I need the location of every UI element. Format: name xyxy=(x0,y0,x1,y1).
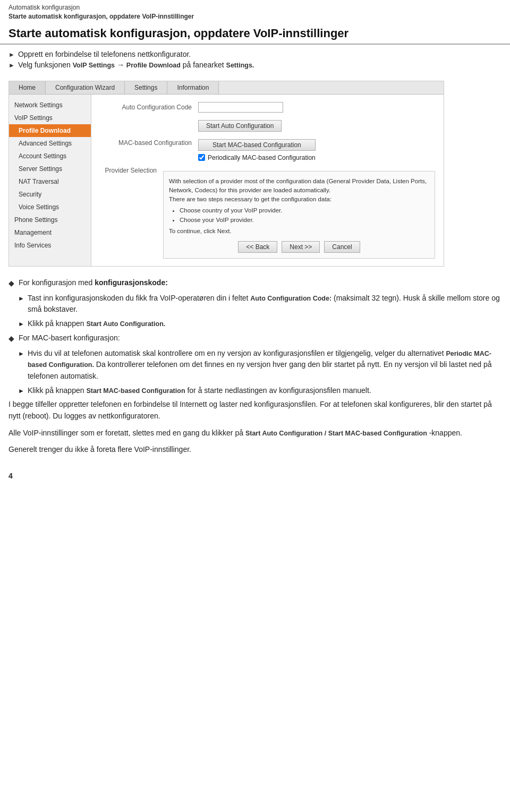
arrow-icon-5: ► xyxy=(18,349,24,359)
cancel-button[interactable]: Cancel xyxy=(324,241,360,253)
provider-text2: There are two steps necessary to get the… xyxy=(169,195,429,204)
mac-config-label: MAC-based Configuration xyxy=(100,139,198,147)
page-title: Starte automatisk konfigurasjon, oppdate… xyxy=(0,22,510,45)
back-button[interactable]: << Back xyxy=(238,241,277,253)
start-auto-config-ref: Start Auto Configuration. xyxy=(86,320,165,328)
section2-arrow1: ► Hvis du vil at telefonen automatisk sk… xyxy=(8,348,502,382)
sc-main-panel: Auto Configuration Code Start Auto Confi… xyxy=(91,95,444,267)
tab-home[interactable]: Home xyxy=(9,81,46,94)
tab-config-wizard[interactable]: Configuration Wizard xyxy=(46,81,125,94)
tab-settings[interactable]: Settings xyxy=(125,81,167,94)
sidebar-item-network-settings[interactable]: Network Settings xyxy=(9,99,91,112)
section1-bullet: ◆ For konfigurasjon med konfigurasjonsko… xyxy=(8,277,502,289)
sidebar-item-voip-settings[interactable]: VoIP Settings xyxy=(9,112,91,124)
section2-arrow1-text: Hvis du vil at telefonen automatisk skal… xyxy=(28,348,502,382)
section1-arrow1-text: Tast inn konfigurasjonskoden du fikk fra… xyxy=(28,293,502,315)
periodic-mac-checkbox-row: Periodically MAC-based Configuration xyxy=(198,154,316,161)
intro-text-2: Velg funksjonen VoIP Settings → Profile … xyxy=(18,61,254,69)
diamond-icon-1: ◆ xyxy=(8,278,14,289)
screenshot-box: Home Configuration Wizard Settings Infor… xyxy=(8,81,444,267)
sidebar-item-phone-settings[interactable]: Phone Settings xyxy=(9,213,91,226)
auto-config-row: Auto Configuration Code xyxy=(100,102,435,113)
sc-sidebar: Network Settings VoIP Settings Profile D… xyxy=(9,95,91,267)
diamond-icon-2: ◆ xyxy=(8,333,14,345)
intro-line-2: ► Velg funksjonen VoIP Settings → Profil… xyxy=(8,61,502,69)
arrow-icon-6: ► xyxy=(18,386,24,396)
arrow-icon-3: ► xyxy=(18,294,24,304)
section2-text: For MAC-basert konfigurasjon: xyxy=(19,332,120,344)
sidebar-item-profile-download[interactable]: Profile Download xyxy=(9,124,91,137)
sidebar-item-voice-settings[interactable]: Voice Settings xyxy=(9,201,91,213)
breadcrumb: Automatisk konfigurasjon Starte automati… xyxy=(0,0,510,22)
section1-arrow2: ► Klikk på knappen Start Auto Configurat… xyxy=(8,318,502,330)
body-para2: Alle VoIP-innstillinger som er foretatt,… xyxy=(8,428,502,439)
tab-bar: Home Configuration Wizard Settings Infor… xyxy=(9,81,444,95)
arrow-icon-2: ► xyxy=(8,62,15,69)
sidebar-item-advanced-settings[interactable]: Advanced Settings xyxy=(9,137,91,150)
intro-line-1: ► Opprett en forbindelse til telefonens … xyxy=(8,50,502,58)
intro-text-1: Opprett en forbindelse til telefonens ne… xyxy=(18,50,191,58)
section2-arrow2-text: Klikk på knappen Start MAC-based Configu… xyxy=(28,385,371,397)
section1-arrow2-text: Klikk på knappen Start Auto Configuratio… xyxy=(28,318,165,330)
start-mac-config-button[interactable]: Start MAC-based Configuration xyxy=(198,139,316,151)
sidebar-item-server-settings[interactable]: Server Settings xyxy=(9,163,91,175)
body-para1: I begge tilfeller oppretter telefonen en… xyxy=(8,399,502,422)
section2-arrow2: ► Klikk på knappen Start MAC-based Confi… xyxy=(8,385,502,397)
start-mac-config-ref: Start MAC-based Configuration xyxy=(86,387,185,395)
sidebar-item-nat-traversal[interactable]: NAT Traversal xyxy=(9,175,91,188)
provider-nav-buttons: << Back Next >> Cancel xyxy=(169,241,429,253)
sidebar-item-security[interactable]: Security xyxy=(9,188,91,201)
auto-config-label: Auto Configuration Code xyxy=(100,104,198,111)
section1-arrow1: ► Tast inn konfigurasjonskoden du fikk f… xyxy=(8,293,502,315)
mac-config-row: MAC-based Configuration Start MAC-based … xyxy=(100,139,435,161)
provider-text1: With selection of a provider most of the… xyxy=(169,177,429,195)
start-auto-config-button[interactable]: Start Auto Configuration xyxy=(198,120,282,132)
start-config-combined-ref: Start Auto Configuration / Start MAC-bas… xyxy=(245,430,427,437)
provider-text3: To continue, click Next. xyxy=(169,227,429,236)
breadcrumb-line1: Automatisk konfigurasjon xyxy=(8,3,502,12)
breadcrumb-line2: Starte automatisk konfigurasjon, oppdate… xyxy=(8,12,502,21)
provider-selection-label: Provider Selection xyxy=(100,167,163,259)
provider-bullet-1: Choose country of your VoIP provider. xyxy=(180,206,429,215)
body-para3: Generelt trenger du ikke å foreta flere … xyxy=(8,444,502,456)
page-number: 4 xyxy=(0,466,510,485)
periodic-mac-label: Periodically MAC-based Configuration xyxy=(208,154,316,161)
sidebar-item-management[interactable]: Management xyxy=(9,226,91,239)
provider-selection-row: Provider Selection With selection of a p… xyxy=(100,167,435,259)
section1-bold: konfigurasjonskode: xyxy=(95,278,168,287)
arrow-icon-1: ► xyxy=(8,51,15,58)
sc-content-area: Network Settings VoIP Settings Profile D… xyxy=(9,95,444,267)
auto-config-code-ref: Auto Configuration Code: xyxy=(250,295,332,302)
body-content: ◆ For konfigurasjon med konfigurasjonsko… xyxy=(0,272,510,466)
start-auto-config-row: Start Auto Configuration xyxy=(100,120,435,132)
sidebar-item-info-services[interactable]: Info Services xyxy=(9,239,91,252)
periodic-mac-checkbox[interactable] xyxy=(198,154,205,161)
arrow-icon-4: ► xyxy=(18,319,24,329)
next-button[interactable]: Next >> xyxy=(282,241,320,253)
section1-text: For konfigurasjon med konfigurasjonskode… xyxy=(19,277,168,289)
section1-intro: For konfigurasjon med konfigurasjonskode… xyxy=(19,278,168,287)
auto-config-input[interactable] xyxy=(198,102,283,113)
sidebar-item-account-settings[interactable]: Account Settings xyxy=(9,150,91,163)
provider-bullet-2: Choose your VoIP provider. xyxy=(180,216,429,225)
section2-intro: For MAC-basert konfigurasjon: xyxy=(19,334,120,342)
provider-bullets: Choose country of your VoIP provider. Ch… xyxy=(169,206,429,225)
periodic-mac-ref: Periodic MAC-based Configuration. xyxy=(28,350,491,369)
provider-section-box: With selection of a provider most of the… xyxy=(163,171,435,259)
intro-section: ► Opprett en forbindelse til telefonens … xyxy=(0,50,510,75)
section2-bullet: ◆ For MAC-basert konfigurasjon: xyxy=(8,332,502,345)
mac-config-buttons: Start MAC-based Configuration Periodical… xyxy=(198,139,316,161)
tab-information[interactable]: Information xyxy=(167,81,219,94)
